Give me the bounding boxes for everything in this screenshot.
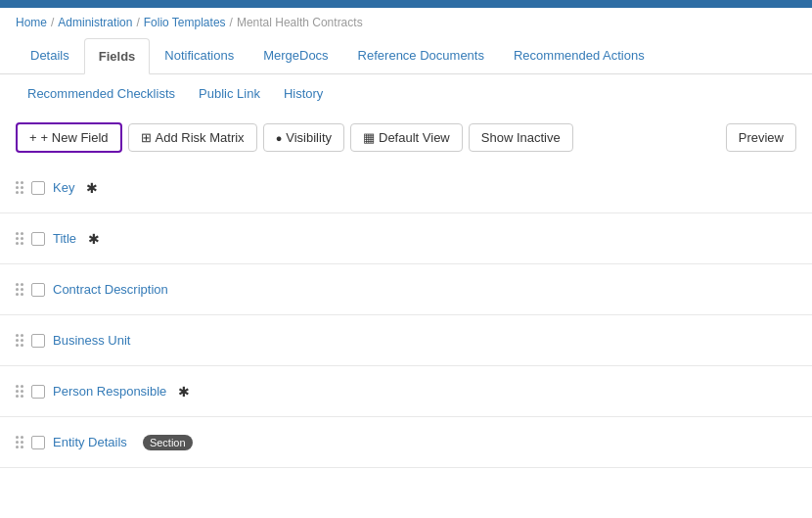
tab-public-link[interactable]: Public Link	[187, 80, 272, 107]
table-row: Title ✱	[0, 213, 812, 264]
tab-details[interactable]: Details	[16, 37, 84, 73]
breadcrumb-administration[interactable]: Administration	[58, 16, 132, 29]
field-name: Entity Details	[53, 435, 127, 449]
field-checkbox[interactable]	[31, 436, 45, 449]
field-checkbox[interactable]	[31, 334, 45, 348]
tab-fields[interactable]: Fields	[84, 38, 151, 74]
new-field-button[interactable]: + New Field	[16, 122, 122, 153]
tabs-row2: Recommended Checklists Public Link Histo…	[0, 74, 812, 113]
required-star: ✱	[88, 231, 100, 247]
add-risk-matrix-label: Add Risk Matrix	[156, 130, 245, 145]
table-row: Contract Description	[0, 264, 812, 315]
table-row: Person Responsible ✱	[0, 366, 812, 417]
breadcrumb-current: Mental Health Contracts	[237, 16, 363, 29]
tab-recommended-checklists[interactable]: Recommended Checklists	[16, 80, 187, 107]
top-bar	[0, 0, 812, 8]
table-row: Entity Details Section	[0, 417, 812, 468]
tab-recommended-actions[interactable]: Recommended Actions	[499, 37, 659, 73]
table-row: Key ✱	[0, 163, 812, 213]
eye-icon	[276, 130, 283, 145]
default-view-label: Default View	[379, 130, 450, 145]
preview-button[interactable]: Preview	[726, 123, 796, 152]
visibility-button[interactable]: Visibility	[263, 123, 344, 152]
field-name: Contract Description	[53, 282, 168, 297]
breadcrumb-home[interactable]: Home	[16, 16, 47, 29]
visibility-label: Visibility	[286, 130, 332, 145]
drag-handle[interactable]	[16, 232, 23, 245]
drag-handle[interactable]	[16, 385, 23, 398]
breadcrumb-folio-templates[interactable]: Folio Templates	[144, 16, 226, 29]
field-name: Title	[53, 231, 76, 246]
tab-reference-documents[interactable]: Reference Documents	[343, 37, 499, 73]
new-field-label: + New Field	[41, 130, 109, 145]
field-name: Person Responsible	[53, 384, 166, 399]
required-star: ✱	[86, 180, 98, 196]
section-badge: Section	[143, 435, 193, 450]
tab-mergedocs[interactable]: MergeDocs	[248, 37, 342, 73]
add-risk-matrix-button[interactable]: Add Risk Matrix	[128, 123, 257, 152]
drag-handle[interactable]	[16, 334, 23, 347]
field-checkbox[interactable]	[31, 385, 45, 399]
default-view-button[interactable]: Default View	[350, 123, 463, 152]
drag-handle[interactable]	[16, 283, 23, 296]
show-inactive-button[interactable]: Show Inactive	[469, 123, 573, 152]
field-name: Business Unit	[53, 333, 130, 348]
breadcrumb: Home / Administration / Folio Templates …	[0, 8, 812, 37]
required-star: ✱	[178, 384, 190, 400]
grid-icon	[363, 130, 375, 145]
plus-icon	[29, 130, 37, 145]
field-checkbox[interactable]	[31, 232, 45, 246]
matrix-icon	[141, 130, 152, 145]
field-checkbox[interactable]	[31, 283, 45, 297]
toolbar: + New Field Add Risk Matrix Visibility D…	[0, 113, 812, 163]
show-inactive-label: Show Inactive	[481, 130, 561, 145]
drag-handle[interactable]	[16, 436, 23, 448]
field-name: Key	[53, 180, 74, 195]
preview-label: Preview	[739, 130, 784, 145]
tab-history[interactable]: History	[272, 80, 335, 107]
tab-notifications[interactable]: Notifications	[150, 37, 248, 73]
table-row: Business Unit	[0, 315, 812, 366]
field-list: Key ✱ Title ✱ Contract Description	[0, 163, 812, 468]
tabs-row: Details Fields Notifications MergeDocs R…	[0, 37, 812, 74]
field-checkbox[interactable]	[31, 181, 45, 195]
drag-handle[interactable]	[16, 181, 23, 194]
